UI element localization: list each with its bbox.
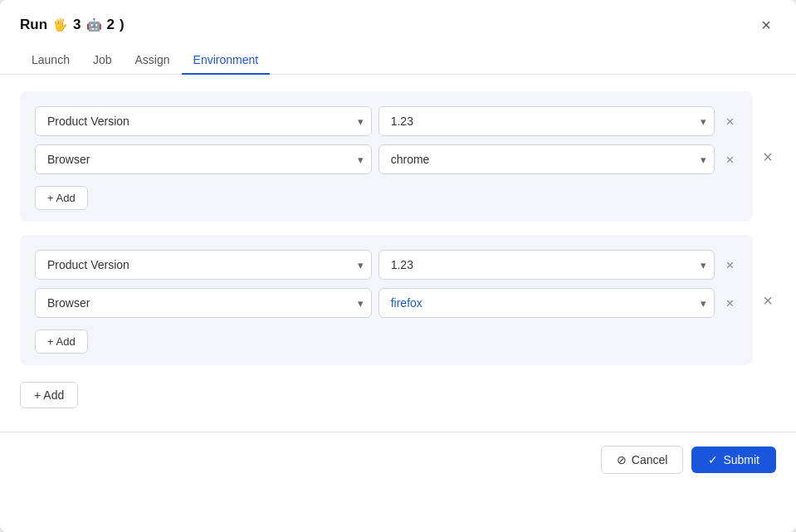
add-group-button[interactable]: + Add — [20, 382, 78, 408]
env-row-1: Product Version Browser OS ▾ 1.23 1.24 1… — [35, 106, 738, 136]
row-remove-btn-4[interactable]: × — [721, 295, 738, 312]
left-select-2[interactable]: Product Version Browser OS — [35, 144, 372, 174]
tab-job[interactable]: Job — [81, 46, 124, 75]
run-count: 3 — [73, 17, 81, 33]
env-rows-1: Product Version Browser OS ▾ 1.23 1.24 1… — [35, 106, 738, 174]
dialog-body: Product Version Browser OS ▾ 1.23 1.24 1… — [0, 75, 796, 425]
env-group-1: Product Version Browser OS ▾ 1.23 1.24 1… — [20, 91, 753, 222]
run-dialog: Run 🖐 3 🤖 2 ) × Launch Job Assign Enviro… — [0, 0, 796, 532]
left-select-1[interactable]: Product Version Browser OS — [35, 106, 372, 136]
row-remove-btn-2[interactable]: × — [721, 151, 738, 168]
run-hand-icon: 🖐 — [52, 17, 68, 32]
add-row-btn-1[interactable]: + Add — [35, 186, 88, 210]
env-select-left-3: Product Version Browser OS ▾ — [35, 250, 372, 280]
add-row-btn-2[interactable]: + Add — [35, 329, 88, 354]
submit-icon: ✓ — [708, 453, 718, 466]
right-select-4[interactable]: chrome firefox safari edge — [378, 288, 715, 318]
env-select-left-4: Product Version Browser OS ▾ — [35, 288, 372, 318]
right-select-3[interactable]: 1.23 1.24 1.25 — [378, 250, 715, 280]
tab-assign[interactable]: Assign — [124, 46, 182, 75]
cancel-icon: ⊘ — [617, 453, 627, 466]
env-rows-2: Product Version Browser OS ▾ 1.23 1.24 1… — [35, 250, 738, 318]
env-select-right-1: 1.23 1.24 1.25 ▾ — [378, 106, 715, 136]
env-group-wrapper-2: Product Version Browser OS ▾ 1.23 1.24 1… — [20, 235, 776, 365]
dialog-header: Run 🖐 3 🤖 2 ) × — [0, 0, 796, 35]
env-select-left-1: Product Version Browser OS ▾ — [35, 106, 372, 136]
right-select-2[interactable]: chrome firefox safari edge — [378, 144, 715, 174]
close-button[interactable]: × — [756, 15, 776, 35]
row-remove-btn-3[interactable]: × — [721, 256, 738, 274]
env-group-wrapper-1: Product Version Browser OS ▾ 1.23 1.24 1… — [20, 91, 776, 222]
tab-launch[interactable]: Launch — [20, 46, 81, 75]
run-label: Run — [20, 17, 47, 33]
env-row-2: Product Version Browser OS ▾ chrome fire… — [35, 144, 738, 174]
group-remove-btn-1[interactable]: × — [759, 145, 776, 168]
bot-suffix: ) — [120, 17, 125, 33]
row-remove-btn-1[interactable]: × — [721, 113, 738, 130]
cancel-label: Cancel — [632, 453, 668, 466]
left-select-3[interactable]: Product Version Browser OS — [35, 250, 372, 280]
env-select-right-2: chrome firefox safari edge ▾ — [378, 144, 715, 174]
right-select-1[interactable]: 1.23 1.24 1.25 — [378, 106, 715, 136]
tab-environment[interactable]: Environment — [182, 46, 271, 75]
bot-count: 2 — [107, 17, 115, 33]
dialog-title: Run 🖐 3 🤖 2 ) — [20, 17, 125, 33]
left-select-4[interactable]: Product Version Browser OS — [35, 288, 372, 318]
group-remove-btn-2[interactable]: × — [759, 289, 776, 312]
env-row-4: Product Version Browser OS ▾ chrome fire… — [35, 288, 738, 318]
dialog-footer: ⊘ Cancel ✓ Submit — [0, 432, 796, 491]
env-select-right-4: chrome firefox safari edge ▾ — [378, 288, 715, 318]
env-row-3: Product Version Browser OS ▾ 1.23 1.24 1… — [35, 250, 738, 280]
env-select-left-2: Product Version Browser OS ▾ — [35, 144, 372, 174]
bot-icon: 🤖 — [86, 17, 102, 32]
submit-button[interactable]: ✓ Submit — [691, 447, 776, 473]
env-select-right-3: 1.23 1.24 1.25 ▾ — [378, 250, 715, 280]
cancel-button[interactable]: ⊘ Cancel — [601, 446, 684, 474]
tabs-bar: Launch Job Assign Environment — [0, 38, 796, 75]
submit-label: Submit — [723, 453, 759, 466]
env-group-2: Product Version Browser OS ▾ 1.23 1.24 1… — [20, 235, 753, 365]
